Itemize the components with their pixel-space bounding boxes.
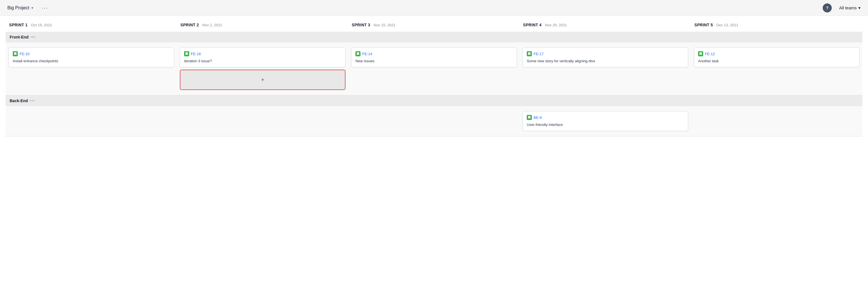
card-fe12-id-row: FE-12 [698, 51, 855, 56]
sprint-2-date: Nov 2, 2021 [202, 23, 222, 27]
card-fe12[interactable]: FE-12 Another task [694, 47, 860, 67]
frontend-sprint2-cell: FE-16 iteration 3 issue? + [177, 46, 348, 92]
bookmark-icon [185, 52, 188, 56]
card-fe12-title: Another task [698, 59, 855, 64]
board: Front-End ··· FE-10 Install entrance che… [6, 32, 862, 136]
card-fe14-title: New Issues [355, 59, 513, 64]
card-fe10[interactable]: FE-10 Install entrance checkpoints [8, 47, 174, 67]
teams-selector[interactable]: All teams ▾ [836, 4, 864, 12]
frontend-sprint4-cell: FE-17 Some new story for vertically alig… [520, 46, 691, 92]
add-card-button-frontend-sprint2[interactable]: + [180, 70, 345, 90]
card-fe14-id: FE-14 [362, 52, 372, 56]
card-fe14-id-row: FE-14 [355, 51, 513, 56]
backend-sprint3-cell [348, 109, 520, 133]
bookmark-icon [699, 52, 702, 56]
backend-sprint2-cell [177, 109, 348, 133]
swimlane-frontend-label: Front-End [10, 35, 29, 39]
add-icon: + [261, 77, 265, 83]
header-right: ? All teams ▾ [823, 3, 864, 12]
sprint-col-2: SPRINT 2 Nov 2, 2021 [177, 23, 348, 27]
card-fe16[interactable]: FE-16 iteration 3 issue? [180, 47, 345, 67]
sprint-col-5: SPRINT 5 Dec 13, 2021 [691, 23, 862, 27]
story-icon-fe12 [698, 51, 703, 56]
story-icon-fe10 [13, 51, 18, 56]
sprint-1-label: SPRINT 1 [9, 23, 28, 27]
story-icon-fe14 [355, 51, 361, 56]
swimlane-frontend-header: Front-End ··· [6, 32, 862, 42]
project-chevron-icon: ▾ [31, 6, 33, 10]
frontend-sprint5-cell: FE-12 Another task [691, 46, 862, 92]
card-fe10-id-row: FE-10 [13, 51, 170, 56]
sprint-col-3: SPRINT 3 Nov 15, 2021 [348, 23, 520, 27]
bookmark-icon [356, 52, 360, 56]
backend-sprint5-cell [691, 109, 862, 133]
bookmark-icon [528, 116, 531, 119]
swimlane-frontend-options[interactable]: ··· [30, 35, 36, 40]
story-icon-be9 [527, 115, 532, 120]
sprint-2-label: SPRINT 2 [180, 23, 199, 27]
sprint-col-4: SPRINT 4 Nov 29, 2021 [520, 23, 691, 27]
sprint-5-label: SPRINT 5 [694, 23, 713, 27]
card-fe17-id-row: FE-17 [527, 51, 684, 56]
sprint-1-date: Oct 19, 2021 [31, 23, 52, 27]
teams-chevron-icon: ▾ [858, 5, 861, 10]
project-selector[interactable]: Big Project ▾ [4, 4, 36, 12]
teams-label: All teams [839, 5, 857, 10]
frontend-sprint3-cell: FE-14 New Issues [348, 46, 520, 92]
story-icon-fe17 [527, 51, 532, 56]
bookmark-icon [528, 52, 531, 56]
card-fe14[interactable]: FE-14 New Issues [351, 47, 517, 67]
frontend-sprint1-cell: FE-10 Install entrance checkpoints [6, 46, 177, 92]
card-fe16-id-row: FE-16 [184, 51, 341, 56]
bookmark-icon [13, 52, 17, 56]
card-fe16-id: FE-16 [191, 52, 201, 56]
card-fe16-title: iteration 3 issue? [184, 59, 341, 64]
backend-sprint4-cell: BE-9 User-friendly interface [520, 109, 691, 133]
sprint-4-label: SPRINT 4 [523, 23, 541, 27]
card-fe17-title: Some new story for vertically aligning d… [527, 59, 684, 64]
sprint-4-date: Nov 29, 2021 [545, 23, 567, 27]
swimlane-frontend: Front-End ··· FE-10 Install entrance che… [6, 32, 862, 95]
sprint-5-date: Dec 13, 2021 [716, 23, 738, 27]
sprints-header: SPRINT 1 Oct 19, 2021 SPRINT 2 Nov 2, 20… [6, 23, 862, 27]
story-icon-fe16 [184, 51, 189, 56]
swimlane-backend-header: Back-End ··· [6, 95, 862, 106]
swimlane-backend-options[interactable]: ··· [30, 98, 35, 103]
card-fe10-id: FE-10 [20, 52, 29, 56]
sprint-3-label: SPRINT 3 [352, 23, 370, 27]
card-be9-id: BE-9 [533, 115, 542, 120]
more-options-button[interactable]: ··· [39, 3, 51, 12]
card-be9[interactable]: BE-9 User-friendly interface [523, 111, 688, 131]
main-content: SPRINT 1 Oct 19, 2021 SPRINT 2 Nov 2, 20… [0, 16, 868, 143]
app-header: Big Project ▾ ··· ? All teams ▾ [0, 0, 868, 16]
card-be9-id-row: BE-9 [527, 115, 684, 120]
card-fe12-id: FE-12 [705, 52, 715, 56]
project-name: Big Project [7, 5, 29, 10]
swimlane-backend-label: Back-End [10, 98, 28, 103]
card-be9-title: User-friendly interface [527, 122, 684, 127]
help-button[interactable]: ? [823, 3, 832, 12]
swimlane-frontend-cards: FE-10 Install entrance checkpoints FE-16 [6, 42, 862, 95]
card-fe10-title: Install entrance checkpoints [13, 59, 170, 64]
sprint-3-date: Nov 15, 2021 [374, 23, 395, 27]
card-fe17[interactable]: FE-17 Some new story for vertically alig… [523, 47, 688, 67]
backend-sprint1-cell [6, 109, 177, 133]
swimlane-backend: Back-End ··· BE-9 [6, 95, 862, 136]
sprint-col-1: SPRINT 1 Oct 19, 2021 [6, 23, 177, 27]
card-fe17-id: FE-17 [533, 52, 544, 56]
swimlane-backend-cards: BE-9 User-friendly interface [6, 106, 862, 136]
